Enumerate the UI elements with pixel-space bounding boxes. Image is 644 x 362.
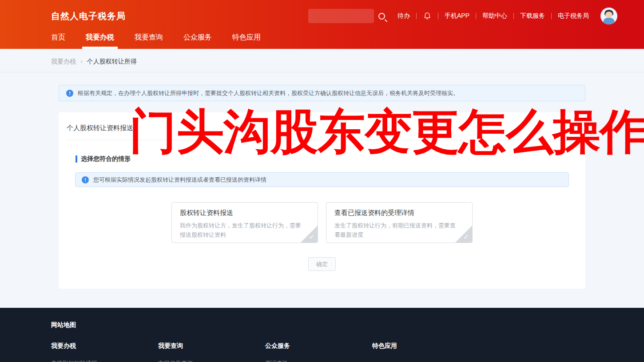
confirm-button[interactable]: 确定 [308,257,336,271]
option-card-submit-materials[interactable]: 股权转让资料报送 我作为股权转让方，发生了股权转让行为，需要报送股权转让资料 ✓ [171,202,318,243]
option-description: 发生了股权转让行为，前期已报送资料，需要查看最新进度 [334,221,464,240]
main-content: ! 根据有关规定，在办理个人股权转让所得申报时，需要提交个人股权转让相关资料，股… [0,85,644,289]
footer-col-inquiry: 我要查询 申报信息查询 [158,342,265,362]
avatar-body [603,18,615,24]
download-service-link[interactable]: 下载服务 [514,12,551,20]
option-title: 股权转让资料报送 [180,209,310,217]
info-icon: ! [66,90,73,97]
footer-col-title: 特色应用 [372,342,479,350]
breadcrumb-separator-icon: › [80,58,83,65]
breadcrumb-parent[interactable]: 我要办税 [51,58,76,66]
topbar-right: 待办 手机APP 帮助中心 下载服务 电子税务局 [308,8,617,24]
hint-text: 您可根据实际情况发起股权转让资料报送或者查看已报送的资料详情 [93,176,266,184]
notice-banner: ! 根据有关规定，在办理个人股权转让所得申报时，需要提交个人股权转让相关资料，股… [59,85,585,101]
search-input[interactable] [308,9,374,23]
checkmark-corner-icon: ✓ [301,226,318,243]
confirm-row: 确定 [67,257,577,271]
footer-col-title: 我要办税 [51,342,158,350]
etax-bureau-link[interactable]: 电子税务局 [552,12,595,20]
nav-item-tax-handling[interactable]: 我要办税 [86,32,114,49]
footer-link-declaration-info[interactable]: 申报信息查询 [158,359,265,362]
nav-item-home[interactable]: 首页 [51,32,65,49]
footer-link-ticket-verification[interactable]: 票证查验 [265,359,372,362]
nav-item-public-service[interactable]: 公众服务 [183,32,212,49]
app-title: 自然人电子税务局 [51,10,126,22]
equity-transfer-panel: 个人股权转让资料报送 选择您符合的情形 ! 您可根据实际情况发起股权转让资料报送… [59,112,585,289]
option-description: 我作为股权转让方，发生了股权转让行为，需要报送股权转让资料 [180,221,310,240]
nav-item-featured-apps[interactable]: 特色应用 [232,32,261,49]
footer-col-public-service: 公众服务 票证查验 [265,342,372,362]
divider [67,140,577,140]
topbar: 自然人电子税务局 待办 手机APP 帮助中心 下载服务 电子税务局 [0,0,644,32]
footer-link-special-deduction[interactable]: 专项附加扣除填报 [51,359,158,362]
divider [416,13,417,19]
footer-col-featured-apps: 特色应用 [372,342,479,362]
main-nav: 首页 我要办税 我要查询 公众服务 特色应用 [0,32,644,49]
section-title: 选择您符合的情形 [81,155,131,163]
avatar-face [605,12,612,18]
info-icon: ! [82,176,89,183]
checkmark-corner-icon: ✓ [455,226,472,243]
panel-title: 个人股权转让资料报送 [67,112,577,132]
avatar[interactable] [600,8,617,24]
option-cards: 股权转让资料报送 我作为股权转让方，发生了股权转让行为，需要报送股权转让资料 ✓… [67,202,577,243]
footer-columns: 我要办税 专项附加扣除填报 我要查询 申报信息查询 公众服务 票证查验 特色应用 [51,342,644,362]
option-title: 查看已报送资料的受理详情 [334,209,464,217]
footer-col-title: 我要查询 [158,342,265,350]
page-footer: 网站地图 我要办税 专项附加扣除填报 我要查询 申报信息查询 公众服务 票证查验… [0,308,644,362]
todo-link[interactable]: 待办 [391,12,416,20]
hint-banner: ! 您可根据实际情况发起股权转让资料报送或者查看已报送的资料详情 [75,172,569,187]
sitemap-title: 网站地图 [51,321,644,329]
app-header: 自然人电子税务局 待办 手机APP 帮助中心 下载服务 电子税务局 首页 [0,0,644,49]
search-icon[interactable] [378,13,385,20]
footer-col-tax-handling: 我要办税 专项附加扣除填报 [51,342,158,362]
notification-bell-icon[interactable] [423,11,432,21]
footer-col-title: 公众服务 [265,342,372,350]
breadcrumb: 我要办税 › 个人股权转让所得 [0,49,644,72]
option-card-view-progress[interactable]: 查看已报送资料的受理详情 发生了股权转让行为，前期已报送资料，需要查看最新进度 … [326,202,473,243]
mobile-app-link[interactable]: 手机APP [438,12,476,20]
breadcrumb-current: 个人股权转让所得 [87,58,137,66]
nav-item-inquiry[interactable]: 我要查询 [135,32,163,49]
notice-text: 根据有关规定，在办理个人股权转让所得申报时，需要提交个人股权转让相关资料，股权受… [78,89,459,97]
section-accent-bar [76,155,77,163]
help-center-link[interactable]: 帮助中心 [476,12,513,20]
section-header: 选择您符合的情形 [76,155,577,163]
